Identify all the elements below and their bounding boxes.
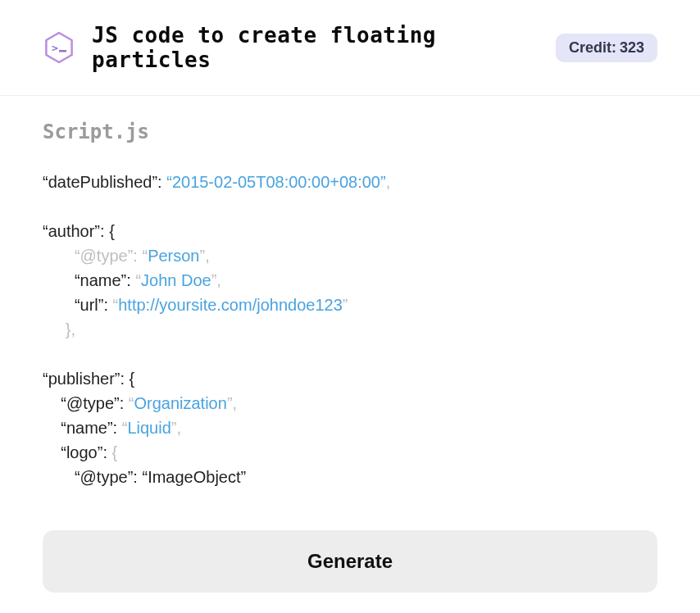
code-line: “publisher”: { xyxy=(43,366,657,391)
page-title: JS code to create floating particles xyxy=(92,23,556,72)
app-header: > JS code to create floating particles C… xyxy=(0,0,700,96)
app-logo-icon: > xyxy=(43,31,75,64)
code-block: “datePublished”: “2015-02-05T08:00:00+08… xyxy=(43,170,657,489)
code-line: “url”: “http://yoursite.com/johndoe123” xyxy=(43,293,657,317)
code-line: “name”: “John Doe”, xyxy=(43,268,657,293)
credit-label: Credit: xyxy=(569,39,616,57)
generate-button[interactable]: Generate xyxy=(43,530,657,593)
code-line: “@type”: “ImageObject” xyxy=(43,465,657,489)
script-filename: Script.js xyxy=(43,120,657,143)
code-line xyxy=(43,342,657,366)
credit-value: 323 xyxy=(620,39,644,57)
svg-marker-0 xyxy=(46,33,71,62)
code-line: “datePublished”: “2015-02-05T08:00:00+08… xyxy=(43,170,657,194)
code-line xyxy=(43,194,657,219)
svg-rect-2 xyxy=(59,50,66,52)
credit-badge: Credit: 323 xyxy=(556,34,657,62)
svg-text:>: > xyxy=(52,42,58,54)
code-line: “logo”: { xyxy=(43,440,657,465)
code-line: “author”: { xyxy=(43,219,657,243)
code-line: “@type”: “Person”, xyxy=(43,243,657,268)
code-line: }, xyxy=(43,317,657,342)
main-content: Script.js “datePublished”: “2015-02-05T0… xyxy=(0,96,700,593)
code-line: “name”: “Liquid”, xyxy=(43,415,657,440)
code-line: “@type”: “Organization”, xyxy=(43,391,657,415)
